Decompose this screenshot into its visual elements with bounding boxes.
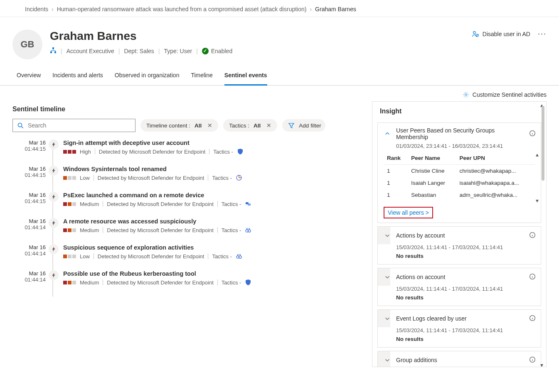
chevron-down-icon (383, 272, 392, 282)
scroll-down-icon[interactable]: ▾ (534, 198, 540, 203)
insight-card-actions_by: Actions by account 15/03/2024, 11:14:41 … (377, 226, 541, 265)
disable-user-action[interactable]: Disable user in AD (472, 30, 530, 38)
info-icon[interactable] (529, 315, 536, 323)
breadcrumb: Incidents › Human-operated ransomware at… (0, 0, 559, 17)
timeline-item[interactable]: Mar 1601:44:15 PsExec launched a command… (54, 192, 364, 218)
chevron-right-icon: › (310, 6, 312, 12)
timeline-item-title: PsExec launched a command on a remote de… (63, 192, 364, 198)
timeline-item-title: Suspicious sequence of exploration activ… (63, 244, 364, 251)
severity-indicator (63, 228, 76, 232)
insight-card-title: Actions on account (396, 274, 525, 280)
table-row[interactable]: 1 Sebastian adm_seullric@whaka... (384, 189, 535, 201)
severity-indicator (63, 176, 76, 180)
svg-point-13 (239, 256, 241, 258)
insight-card-range: 15/03/2024, 11:14:41 - 17/03/2024, 11:14… (396, 327, 535, 333)
customize-sentinel-activities[interactable]: Customize Sentinel activities (463, 91, 547, 98)
info-icon[interactable] (529, 232, 536, 240)
breadcrumb-root[interactable]: Incidents (25, 6, 48, 12)
table-row[interactable]: 1 Christie Cline christiec@whakapap... (384, 165, 535, 177)
scroll-down-icon[interactable]: ▾ (540, 362, 545, 367)
chevron-up-icon (383, 129, 392, 138)
more-actions-button[interactable]: ··· (538, 29, 547, 38)
severity-label: Low (80, 175, 90, 181)
tab-sentinel-events[interactable]: Sentinel events (224, 68, 267, 86)
chip-clear-icon[interactable]: ✕ (206, 121, 214, 130)
entity-tabs: Overview Incidents and alerts Observed i… (0, 64, 559, 86)
timeline-item[interactable]: Mar 1601:44:14 A remote resource was acc… (54, 218, 364, 244)
table-row[interactable]: 1 Isaiah Langer isaiahl@whakapapa.a... (384, 177, 535, 189)
col-peer-name[interactable]: Peer Name (408, 152, 456, 165)
timeline-item-time: Mar 1601:44:15 (12, 192, 46, 204)
tactics-label: Tactics - (222, 279, 241, 286)
tab-incidents-alerts[interactable]: Incidents and alerts (52, 68, 103, 85)
timeline-item[interactable]: Mar 1601:44:14 Possible use of the Rubeu… (54, 270, 364, 296)
scroll-up-icon[interactable]: ▴ (534, 152, 540, 157)
insight-card-header[interactable]: User Peers Based on Security Groups Memb… (378, 123, 541, 145)
timeline-item[interactable]: Mar 1601:44:15 Windows Sysinternals tool… (54, 166, 364, 192)
panel-scrollbar[interactable]: ▴ ▾ (540, 102, 545, 367)
insight-card-event_logs: Event Logs cleared by user 15/03/2024, 1… (377, 309, 541, 348)
tactics-label: Tactics - (212, 175, 232, 181)
insight-card-range: 01/03/2024, 23:14:41 - 16/03/2024, 23:14… (378, 143, 541, 149)
add-filter-label: Add filter (299, 122, 321, 129)
sentinel-timeline-heading: Sentinel timeline (12, 105, 364, 113)
severity-label: Medium (80, 279, 99, 286)
svg-point-3 (473, 31, 475, 33)
chevron-down-icon (383, 314, 392, 323)
gear-icon (463, 91, 469, 98)
tactics-label: Tactics - (213, 149, 233, 155)
breadcrumb-incident[interactable]: Human-operated ransomware attack was lau… (57, 6, 307, 12)
search-input-wrap[interactable] (12, 119, 135, 132)
search-input[interactable] (27, 122, 131, 129)
page-title: Graham Barnes (50, 29, 232, 43)
svg-point-5 (465, 94, 467, 96)
chevron-down-icon (383, 355, 392, 365)
entity-role: Account Executive (66, 48, 114, 54)
disable-user-label: Disable user in AD (483, 31, 530, 37)
chip-clear-icon[interactable]: ✕ (265, 121, 273, 130)
col-peer-upn[interactable]: Peer UPN (456, 152, 535, 165)
filter-chip-timeline-content[interactable]: Timeline content : All ✕ (140, 119, 218, 132)
timeline-item[interactable]: Mar 1601:44:15 Sign-in attempt with dece… (54, 140, 364, 166)
view-all-peers-link[interactable]: View all peers > (384, 207, 433, 218)
cell-rank: 1 (384, 165, 408, 177)
tactic-icon (237, 148, 244, 155)
col-rank[interactable]: Rank (384, 152, 408, 165)
timeline-item-time: Mar 1601:44:14 (12, 218, 46, 230)
search-icon (17, 122, 24, 129)
insight-card-range: 15/03/2024, 11:14:41 - 17/03/2024, 11:14… (396, 286, 535, 292)
info-icon[interactable] (529, 273, 536, 281)
severity-label: Low (80, 253, 90, 260)
insight-card-header[interactable]: Event Logs cleared by user (378, 310, 541, 327)
insight-card-header[interactable]: Actions by account (378, 227, 541, 244)
cell-rank: 1 (384, 177, 408, 189)
info-icon[interactable] (529, 356, 536, 364)
scrollbar-thumb[interactable] (542, 106, 544, 181)
info-icon[interactable] (529, 130, 536, 138)
insight-card-header[interactable]: Actions on account (378, 268, 541, 286)
timeline-item[interactable]: Mar 1601:44:14 Suspicious sequence of ex… (54, 244, 364, 270)
tactic-icon (236, 174, 242, 181)
insight-panel: Insight User Peers Based on Security Gro… (372, 101, 547, 367)
severity-indicator (63, 255, 76, 258)
detection-source: Detected by Microsoft Defender for Endpo… (107, 279, 214, 286)
add-filter-button[interactable]: Add filter (282, 119, 325, 132)
filter-chip-tactics[interactable]: Tactics : All ✕ (223, 119, 277, 132)
svg-rect-2 (54, 51, 56, 53)
severity-label: Medium (80, 201, 99, 207)
bolt-icon (49, 218, 59, 228)
tab-overview[interactable]: Overview (17, 68, 41, 85)
tab-observed-in-org[interactable]: Observed in organization (115, 68, 180, 85)
tab-timeline[interactable]: Timeline (191, 68, 212, 85)
status-text: Enabled (211, 48, 232, 54)
bolt-icon (49, 270, 59, 280)
chip-value: All (254, 122, 261, 129)
bolt-icon (49, 140, 59, 149)
insight-card-header[interactable]: Group additions (378, 351, 541, 367)
svg-point-11 (248, 230, 251, 232)
insight-card-actions_on: Actions on account 15/03/2024, 11:14:41 … (377, 268, 541, 306)
insight-heading: Insight (372, 102, 546, 119)
insight-card-title: Group additions (396, 357, 525, 363)
insight-card-body: No results (396, 336, 535, 342)
timeline-item-time: Mar 1601:44:15 (12, 140, 46, 152)
